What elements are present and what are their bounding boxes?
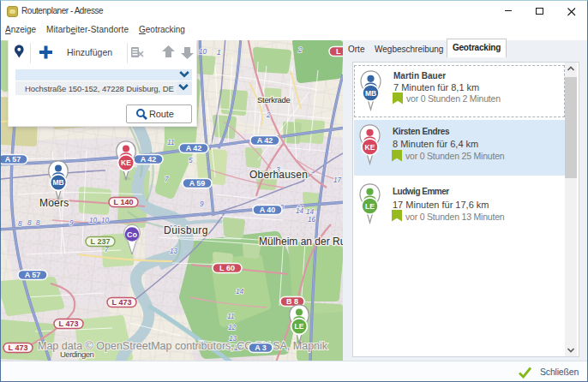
- svg-text:1: 1: [217, 49, 221, 57]
- svg-text:MB: MB: [365, 89, 376, 98]
- svg-text:14: 14: [296, 207, 304, 215]
- svg-text:LE: LE: [295, 322, 304, 331]
- svg-text:16: 16: [308, 216, 316, 224]
- svg-text:L 473: L 473: [59, 319, 79, 328]
- svg-text:A 42: A 42: [257, 136, 273, 145]
- svg-text:Sterkrade: Sterkrade: [257, 95, 291, 104]
- svg-text:A 40: A 40: [260, 206, 276, 214]
- svg-text:11: 11: [167, 139, 175, 146]
- svg-text:A 57: A 57: [5, 155, 21, 164]
- svg-text:L 473: L 473: [112, 298, 132, 307]
- svg-text:17: 17: [333, 176, 342, 184]
- svg-text:2: 2: [297, 46, 303, 54]
- svg-text:9: 9: [69, 219, 74, 227]
- svg-text:Duisburg: Duisburg: [164, 224, 208, 236]
- svg-text:9: 9: [200, 200, 204, 208]
- svg-text:Moers: Moers: [39, 197, 69, 209]
- svg-text:A 3: A 3: [255, 343, 267, 352]
- svg-text:L 473: L 473: [9, 343, 28, 352]
- svg-text:L 140: L 140: [114, 198, 134, 206]
- svg-text:L 21: L 21: [336, 47, 343, 56]
- svg-text:5: 5: [189, 157, 193, 164]
- svg-text:L 237: L 237: [91, 237, 111, 246]
- svg-text:8: 8: [27, 219, 32, 227]
- svg-text:A 57: A 57: [25, 271, 41, 279]
- svg-text:10: 10: [199, 48, 207, 56]
- svg-text:7: 7: [165, 176, 169, 183]
- svg-text:Co: Co: [127, 230, 137, 239]
- svg-text:Oberhausen: Oberhausen: [249, 169, 308, 181]
- svg-text:14: 14: [236, 288, 244, 295]
- svg-text:A 59: A 59: [189, 179, 206, 188]
- svg-text:2: 2: [266, 111, 271, 119]
- svg-text:8: 8: [18, 220, 22, 228]
- svg-text:8: 8: [36, 219, 40, 227]
- svg-text:MB: MB: [52, 178, 63, 187]
- svg-text:LE: LE: [365, 202, 375, 211]
- svg-text:12: 12: [228, 324, 237, 331]
- svg-text:Map data © OpenStreetMap contr: Map data © OpenStreetMap contributors, C…: [38, 340, 328, 352]
- svg-text:Mülheim an der Ruhr: Mülheim an der Ruhr: [259, 236, 343, 248]
- svg-text:13: 13: [170, 248, 178, 255]
- svg-text:10: 10: [89, 217, 98, 224]
- svg-text:10: 10: [101, 217, 110, 224]
- svg-text:L 60: L 60: [219, 264, 235, 272]
- svg-text:KE: KE: [365, 143, 375, 152]
- svg-text:A 42: A 42: [186, 144, 202, 152]
- svg-text:7: 7: [105, 246, 109, 254]
- svg-text:14: 14: [306, 208, 315, 216]
- svg-text:KE: KE: [121, 158, 131, 167]
- svg-text:11: 11: [227, 313, 235, 320]
- svg-text:A 42: A 42: [141, 155, 157, 164]
